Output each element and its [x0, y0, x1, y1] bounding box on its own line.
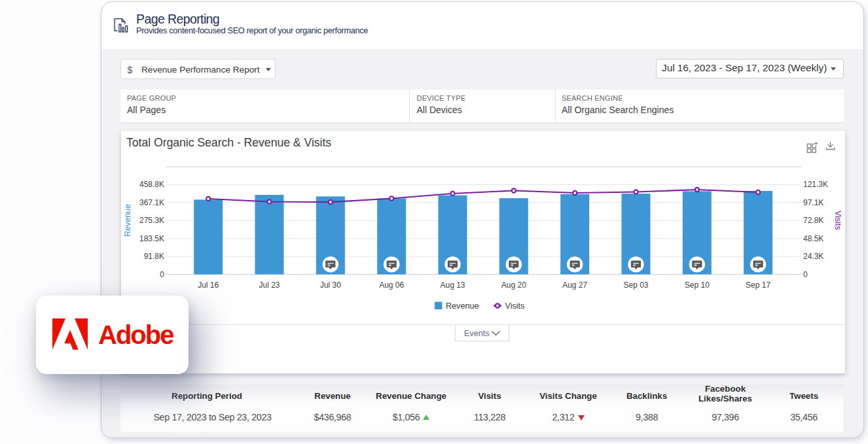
svg-text:458.8K: 458.8K: [139, 180, 164, 189]
svg-text:Revenue: Revenue: [123, 204, 132, 237]
svg-text:275.3K: 275.3K: [139, 216, 164, 225]
svg-text:Aug 20: Aug 20: [501, 281, 526, 290]
svg-text:Sep 17: Sep 17: [746, 281, 770, 290]
svg-text:72.8K: 72.8K: [803, 216, 823, 225]
svg-text:Jul 30: Jul 30: [320, 281, 341, 290]
svg-text:Visits: Visits: [505, 301, 525, 311]
svg-text:Aug 06: Aug 06: [379, 281, 404, 290]
svg-text:Sep 03: Sep 03: [623, 281, 648, 290]
svg-text:183.5K: 183.5K: [139, 234, 164, 243]
svg-text:Jul 16: Jul 16: [198, 281, 219, 290]
svg-text:Events: Events: [464, 329, 490, 338]
svg-text:Revenue: Revenue: [446, 301, 479, 311]
svg-text:Jul 23: Jul 23: [259, 281, 280, 290]
svg-text:48.5K: 48.5K: [803, 234, 823, 243]
svg-text:Visits: Visits: [833, 211, 842, 230]
svg-text:0: 0: [803, 270, 808, 279]
svg-text:121.3K: 121.3K: [803, 180, 828, 189]
svg-text:24.3K: 24.3K: [803, 252, 823, 261]
svg-text:367.1K: 367.1K: [139, 198, 164, 207]
svg-text:Aug 27: Aug 27: [562, 281, 587, 290]
svg-text:91.8K: 91.8K: [144, 252, 164, 261]
svg-text:0: 0: [160, 270, 164, 279]
svg-text:Aug 13: Aug 13: [440, 281, 465, 290]
svg-text:Sep 10: Sep 10: [685, 281, 710, 290]
svg-text:97.1K: 97.1K: [803, 198, 823, 207]
